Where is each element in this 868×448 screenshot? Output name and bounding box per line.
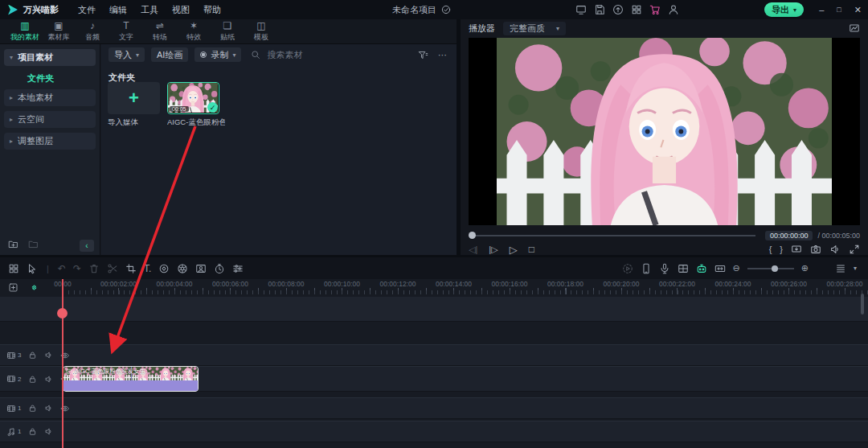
- mark-in-button[interactable]: {: [769, 245, 772, 254]
- quality-dropdown[interactable]: 完整画质 ▾: [503, 22, 566, 35]
- video-track-3-row[interactable]: [0, 344, 868, 366]
- tab-label: 模板: [254, 32, 268, 43]
- stop-button[interactable]: □: [529, 244, 534, 255]
- playhead-marker-badge[interactable]: [57, 308, 68, 319]
- chroma-key-icon[interactable]: [177, 263, 188, 274]
- track-height-icon[interactable]: [835, 263, 846, 274]
- user-icon[interactable]: [668, 4, 679, 15]
- maximize-button[interactable]: □: [837, 6, 841, 14]
- undo-icon[interactable]: ↶: [58, 264, 66, 273]
- menu-file[interactable]: 文件: [78, 4, 96, 16]
- crop-icon[interactable]: [125, 263, 137, 274]
- tab-text[interactable]: T 文字: [109, 21, 143, 43]
- scrubber-handle[interactable]: [469, 232, 476, 239]
- track-manager-icon[interactable]: [8, 263, 19, 274]
- minimize-button[interactable]: –: [819, 5, 824, 14]
- zoom-in-icon[interactable]: ⊕: [801, 263, 809, 273]
- text-edit-icon[interactable]: T.: [144, 264, 151, 273]
- timeline-vertical-scrollbar[interactable]: [861, 294, 864, 314]
- voiceover-mic-icon[interactable]: [659, 263, 670, 274]
- color-adjust-icon[interactable]: [232, 263, 244, 274]
- record-button[interactable]: 录制 ▾: [194, 47, 241, 62]
- next-frame-button[interactable]: |▷: [489, 245, 497, 255]
- ai-assistant-icon[interactable]: [696, 263, 707, 274]
- timeline-zoom-slider[interactable]: [747, 268, 794, 269]
- redo-icon[interactable]: ↷: [73, 264, 81, 273]
- export-button[interactable]: 导出 ▾: [764, 2, 804, 17]
- sidebar-item-cloud[interactable]: ▸ 云空间: [4, 111, 96, 128]
- delete-folder-icon[interactable]: [28, 239, 39, 249]
- speed-icon[interactable]: [214, 263, 225, 274]
- tab-effects[interactable]: ✶ 特效: [177, 21, 211, 43]
- tab-stock-media[interactable]: ▣ 素材库: [42, 21, 76, 43]
- close-button[interactable]: ✕: [854, 5, 862, 15]
- tab-my-media[interactable]: ▥ 我的素材: [8, 21, 42, 43]
- sidebar-item-project-media[interactable]: ▾ 项目素材: [4, 49, 96, 66]
- zoom-slider-handle[interactable]: [772, 265, 778, 272]
- sidebar-item-local-media[interactable]: ▸ 本地素材: [4, 89, 96, 106]
- timeline-ruler[interactable]: 00:00 00:00:02:00 00:00:04:00 00:00:06:0…: [63, 280, 868, 288]
- menu-help[interactable]: 帮助: [203, 4, 221, 16]
- audio-track-1-row[interactable]: [0, 421, 868, 442]
- tab-transitions[interactable]: ⇌ 转场: [143, 21, 177, 43]
- delete-icon[interactable]: [88, 263, 100, 274]
- fullscreen-icon[interactable]: [849, 244, 860, 255]
- lock-track-icon[interactable]: [28, 404, 37, 413]
- lock-track-icon[interactable]: [28, 351, 37, 360]
- lock-track-icon[interactable]: [28, 375, 37, 384]
- tab-templates[interactable]: ◫ 模板: [244, 21, 278, 43]
- play-button[interactable]: ▷: [510, 244, 518, 256]
- volume-icon[interactable]: [829, 244, 841, 255]
- timeline-clip[interactable]: AIGC-蓝色眼粉色头发女生...: [63, 366, 199, 392]
- mute-track-icon[interactable]: [44, 404, 53, 413]
- lock-track-icon[interactable]: [28, 427, 37, 436]
- workspace-icon[interactable]: [575, 4, 587, 15]
- save-icon[interactable]: [594, 4, 605, 15]
- chevron-down-icon[interactable]: ▾: [793, 6, 796, 14]
- render-preview-icon[interactable]: [622, 263, 633, 274]
- color-scope-icon[interactable]: [849, 23, 860, 34]
- filter-icon[interactable]: [418, 50, 428, 60]
- fit-timeline-icon[interactable]: [714, 263, 726, 274]
- tab-audio[interactable]: ♪ 音频: [76, 21, 109, 43]
- mark-out-button[interactable]: }: [780, 245, 783, 254]
- menu-edit[interactable]: 编辑: [109, 4, 127, 16]
- add-track-icon[interactable]: [8, 282, 18, 293]
- auto-ripple-link-icon[interactable]: [29, 282, 39, 293]
- timeline-marker-band[interactable]: [0, 297, 868, 322]
- search-input[interactable]: [265, 49, 357, 60]
- media-item-thumbnail[interactable]: 00:05 ✓: [167, 82, 219, 114]
- mute-track-icon[interactable]: [44, 427, 53, 436]
- device-preview-icon[interactable]: [641, 263, 652, 274]
- mask-icon[interactable]: [195, 263, 207, 274]
- ai-paint-button[interactable]: AI绘画: [151, 47, 188, 62]
- zoom-out-icon[interactable]: ⊖: [733, 263, 740, 273]
- upload-icon[interactable]: [612, 4, 624, 15]
- mute-track-icon[interactable]: [44, 375, 53, 384]
- prev-frame-button[interactable]: ◁|: [469, 245, 477, 255]
- split-scissors-icon[interactable]: [107, 263, 118, 274]
- import-button[interactable]: 导入 ▾: [108, 47, 145, 62]
- sidebar-item-adjust-layer[interactable]: ▸ 调整图层: [4, 133, 96, 150]
- playhead[interactable]: [62, 279, 63, 448]
- apps-grid-icon[interactable]: [631, 4, 642, 15]
- keyframe-icon[interactable]: [158, 263, 170, 274]
- mirror-display-icon[interactable]: [791, 244, 802, 255]
- scrubber-track[interactable]: [475, 235, 755, 236]
- mute-track-icon[interactable]: [44, 351, 53, 360]
- total-time-value: 00:00:05:00: [821, 232, 860, 240]
- tab-stickers[interactable]: ❏ 贴纸: [211, 21, 244, 43]
- cart-icon[interactable]: [649, 4, 661, 15]
- video-track-1-row[interactable]: [0, 397, 868, 419]
- split-screen-icon[interactable]: [678, 263, 689, 274]
- new-folder-icon[interactable]: [8, 239, 18, 249]
- import-media-tile[interactable]: +: [108, 82, 160, 114]
- chevron-down-icon[interactable]: ▾: [854, 265, 857, 272]
- select-tool-icon[interactable]: [27, 263, 38, 274]
- more-icon[interactable]: ⋯: [438, 50, 447, 60]
- snapshot-camera-icon[interactable]: [810, 244, 821, 255]
- menu-view[interactable]: 视图: [172, 4, 190, 16]
- menu-tools[interactable]: 工具: [141, 4, 158, 16]
- sidebar-item-folder[interactable]: 文件夹: [27, 72, 100, 84]
- collapse-sidebar-button[interactable]: ‹: [80, 240, 94, 252]
